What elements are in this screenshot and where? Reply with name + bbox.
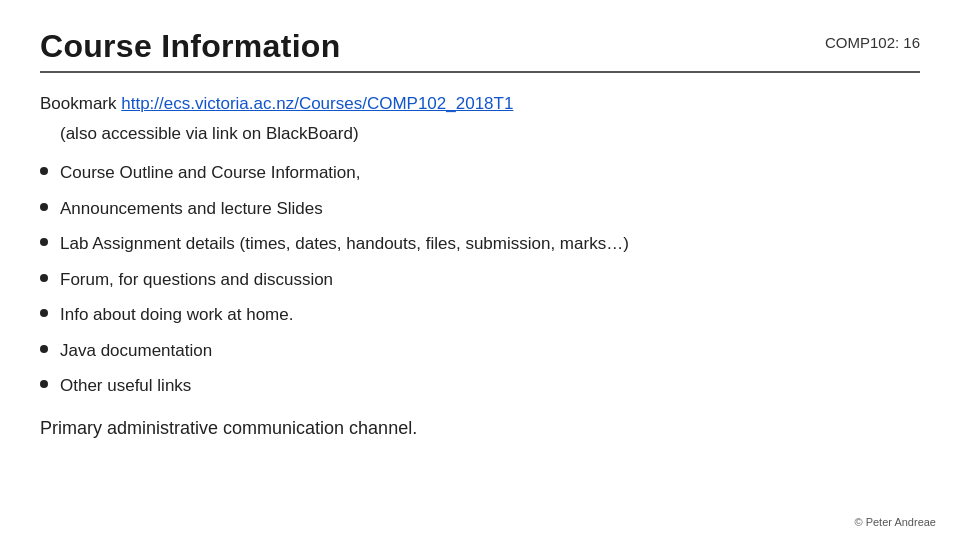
bullet-list: Course Outline and Course Information,An… [40,160,920,399]
bullet-item: Announcements and lecture Slides [40,196,920,222]
bullet-text: Java documentation [60,338,212,364]
bullet-dot [40,345,48,353]
bookmark-indent: (also accessible via link on BlackBoard) [40,121,920,147]
bullet-text: Forum, for questions and discussion [60,267,333,293]
slide-title: Course Information [40,28,341,65]
bullet-item: Java documentation [40,338,920,364]
bookmark-prefix: Bookmark [40,94,121,113]
bullet-item: Forum, for questions and discussion [40,267,920,293]
bullet-dot [40,274,48,282]
bullet-text: Announcements and lecture Slides [60,196,323,222]
header-area: Course Information COMP102: 16 [40,28,920,65]
bullet-dot [40,203,48,211]
slide-container: Course Information COMP102: 16 Bookmark … [0,0,960,540]
bullet-text: Lab Assignment details (times, dates, ha… [60,231,629,257]
bullet-text: Other useful links [60,373,191,399]
bullet-dot [40,380,48,388]
bullet-dot [40,309,48,317]
bullet-text: Info about doing work at home. [60,302,293,328]
title-divider [40,71,920,73]
slide-number: COMP102: 16 [825,28,920,51]
bookmark-line: Bookmark http://ecs.victoria.ac.nz/Cours… [40,91,920,117]
bullet-item: Lab Assignment details (times, dates, ha… [40,231,920,257]
bullet-item: Info about doing work at home. [40,302,920,328]
bullet-item: Other useful links [40,373,920,399]
bullet-dot [40,167,48,175]
bullet-text: Course Outline and Course Information, [60,160,361,186]
bullet-item: Course Outline and Course Information, [40,160,920,186]
bullet-dot [40,238,48,246]
footer: © Peter Andreae [855,516,937,528]
bookmark-link[interactable]: http://ecs.victoria.ac.nz/Courses/COMP10… [121,94,513,113]
primary-text: Primary administrative communication cha… [40,415,920,442]
